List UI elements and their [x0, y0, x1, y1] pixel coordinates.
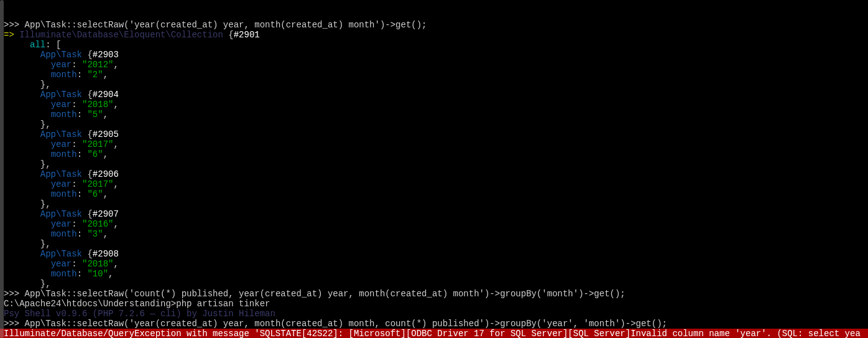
command-line-3: >>> App\Task::selectRaw('year(created_at… — [4, 319, 864, 329]
task-class: App\Task — [40, 209, 88, 219]
task-year-1: year: "2018", — [4, 100, 864, 110]
task-year-4: year: "2016", — [4, 219, 864, 229]
all-key: all — [30, 40, 45, 50]
psy-banner: Psy Shell v0.9.6 (PHP 7.2.6 — cli) by Ju… — [4, 309, 275, 319]
task-year-5: year: "2018", — [4, 259, 864, 269]
psy-banner-line: Psy Shell v0.9.6 (PHP 7.2.6 — cli) by Ju… — [4, 309, 864, 319]
prompt: >>> — [4, 20, 25, 30]
collection-id: #2901 — [234, 30, 260, 40]
task-id-3: #2906 — [93, 169, 119, 179]
task-class: App\Task — [40, 90, 88, 100]
task-month-5: month: "10", — [4, 269, 864, 279]
month-key: month — [51, 229, 77, 239]
task-open-2: App\Task {#2905 — [4, 129, 864, 139]
task-open-5: App\Task {#2908 — [4, 249, 864, 259]
task-year-0: year: "2012", — [4, 60, 864, 70]
month-value-1: "5" — [87, 110, 103, 120]
year-value-2: "2017" — [82, 139, 113, 149]
prompt: >>> — [4, 319, 25, 329]
task-close-0: }, — [4, 80, 864, 90]
task-year-3: year: "2017", — [4, 179, 864, 189]
task-class: App\Task — [40, 249, 88, 259]
shell-line: C:\Apache24\htdocs\Understanding>php art… — [4, 299, 864, 309]
error-message: Illuminate/Database/QueryException with … — [0, 329, 868, 338]
command-line-2: >>> App\Task::selectRaw('count(*) publis… — [4, 289, 864, 299]
month-key: month — [51, 110, 77, 120]
task-month-2: month: "6", — [4, 149, 864, 159]
error-exception-label: Illuminate/Database/QueryException with … — [4, 329, 254, 338]
task-month-0: month: "2", — [4, 70, 864, 80]
task-open-3: App\Task {#2906 — [4, 169, 864, 179]
year-key: year — [51, 60, 72, 70]
month-value-3: "6" — [87, 189, 103, 199]
month-value-5: "10" — [87, 269, 108, 279]
month-value-4: "3" — [87, 229, 103, 239]
task-id-4: #2907 — [93, 209, 119, 219]
task-open-0: App\Task {#2903 — [4, 50, 864, 60]
task-month-1: month: "5", — [4, 110, 864, 120]
task-id-2: #2905 — [93, 129, 119, 139]
task-month-3: month: "6", — [4, 189, 864, 199]
command-query-second: App\Task::selectRaw('count(*) published,… — [25, 289, 626, 299]
year-key: year — [51, 179, 72, 189]
command-line-1: >>> App\Task::selectRaw('year(created_at… — [4, 20, 864, 30]
command-query-first: App\Task::selectRaw('year(created_at) ye… — [25, 20, 427, 30]
task-close-4: }, — [4, 239, 864, 249]
year-key: year — [51, 219, 72, 229]
year-key: year — [51, 100, 72, 110]
year-value-3: "2017" — [82, 179, 113, 189]
task-close-1: }, — [4, 120, 864, 129]
year-value-1: "2018" — [82, 100, 113, 110]
task-id-0: #2903 — [93, 50, 119, 60]
scrollbar-vertical[interactable] — [0, 0, 4, 338]
task-month-4: month: "3", — [4, 229, 864, 239]
year-value-5: "2018" — [82, 259, 113, 269]
task-id-5: #2908 — [93, 249, 119, 259]
result-arrow: => — [4, 30, 19, 40]
task-year-2: year: "2017", — [4, 139, 864, 149]
shell-cmd: php artisan tinker — [176, 299, 270, 309]
month-key: month — [51, 149, 77, 159]
month-value-2: "6" — [87, 149, 103, 159]
year-key: year — [51, 139, 72, 149]
shell-path: C:\Apache24\htdocs\Understanding> — [4, 299, 176, 309]
terminal-viewport[interactable]: >>> App\Task::selectRaw('year(created_at… — [0, 20, 868, 338]
task-open-4: App\Task {#2907 — [4, 209, 864, 219]
prompt: >>> — [4, 289, 25, 299]
month-key: month — [51, 189, 77, 199]
result-open: => Illuminate\Database\Eloquent\Collecti… — [4, 30, 864, 40]
year-value-4: "2016" — [82, 219, 113, 229]
task-id-1: #2904 — [93, 90, 119, 100]
month-value-0: "2" — [87, 70, 103, 80]
month-key: month — [51, 269, 77, 279]
command-query-third: App\Task::selectRaw('year(created_at) ye… — [25, 319, 667, 329]
task-class: App\Task — [40, 129, 88, 139]
task-close-3: }, — [4, 199, 864, 209]
year-value-0: "2012" — [82, 60, 113, 70]
task-close-5: }, — [4, 279, 864, 289]
task-class: App\Task — [40, 169, 88, 179]
collection-class: Illuminate\Database\Eloquent\Collection — [19, 30, 228, 40]
task-open-1: App\Task {#2904 — [4, 90, 864, 100]
task-close-2: }, — [4, 159, 864, 169]
year-key: year — [51, 259, 72, 269]
month-key: month — [51, 70, 77, 80]
all-open: all: [ — [4, 40, 864, 50]
task-class: App\Task — [40, 50, 88, 60]
